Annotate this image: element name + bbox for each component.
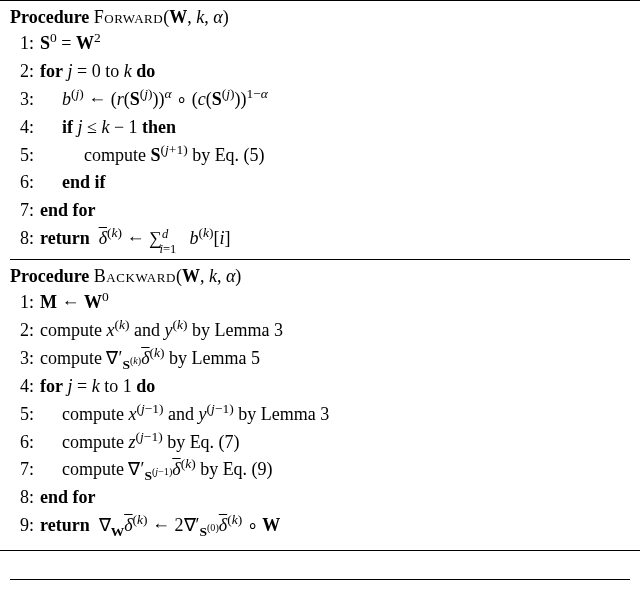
forward-header: Procedure Forward(W, k, α) <box>10 7 630 28</box>
forward-line-7: 7: end for <box>10 197 630 225</box>
backward-line-7: 7: compute ∇′S(j−1)δ(k) by Eq. (9) <box>10 456 630 484</box>
procedure-keyword: Procedure <box>10 7 89 27</box>
forward-line-6: 6: end if <box>10 169 630 197</box>
forward-line-8: 8: return δ(k) ← ∑di=1 b(k)[i] <box>10 225 630 253</box>
forward-line-5: 5: compute S(j+1) by Eq. (5) <box>10 142 630 170</box>
backward-line-3: 3: compute ∇′S(k)δ(k) by Lemma 5 <box>10 345 630 373</box>
backward-line-9: 9: return ∇Wδ(k) ← 2∇′S(0)δ(k) ∘ W <box>10 512 630 540</box>
backward-line-5: 5: compute x(j−1) and y(j−1) by Lemma 3 <box>10 401 630 429</box>
backward-line-1: 1: M ← W0 <box>10 289 630 317</box>
separator-rule <box>10 259 630 260</box>
bottom-rule <box>10 579 630 580</box>
forward-line-4: 4: if j ≤ k − 1 then <box>10 114 630 142</box>
backward-line-4: 4: for j = k to 1 do <box>10 373 630 401</box>
backward-name: Backward(W, k, α) <box>94 266 242 286</box>
backward-header: Procedure Backward(W, k, α) <box>10 266 630 287</box>
algorithm-box: Procedure Forward(W, k, α) 1: S0 = W2 2:… <box>0 0 640 551</box>
forward-line-1: 1: S0 = W2 <box>10 30 630 58</box>
forward-args: (W, k, α) <box>163 7 228 27</box>
backward-line-8: 8: end for <box>10 484 630 512</box>
forward-line-2: 2: for j = 0 to k do <box>10 58 630 86</box>
forward-name: Forward(W, k, α) <box>94 7 229 27</box>
forward-line-3: 3: b(j) ← (r(S(j)))α ∘ (c(S(j)))1−α <box>10 86 630 114</box>
backward-line-6: 6: compute z(j−1) by Eq. (7) <box>10 429 630 457</box>
backward-line-2: 2: compute x(k) and y(k) by Lemma 3 <box>10 317 630 345</box>
backward-args: (W, k, α) <box>176 266 241 286</box>
procedure-keyword: Procedure <box>10 266 89 286</box>
